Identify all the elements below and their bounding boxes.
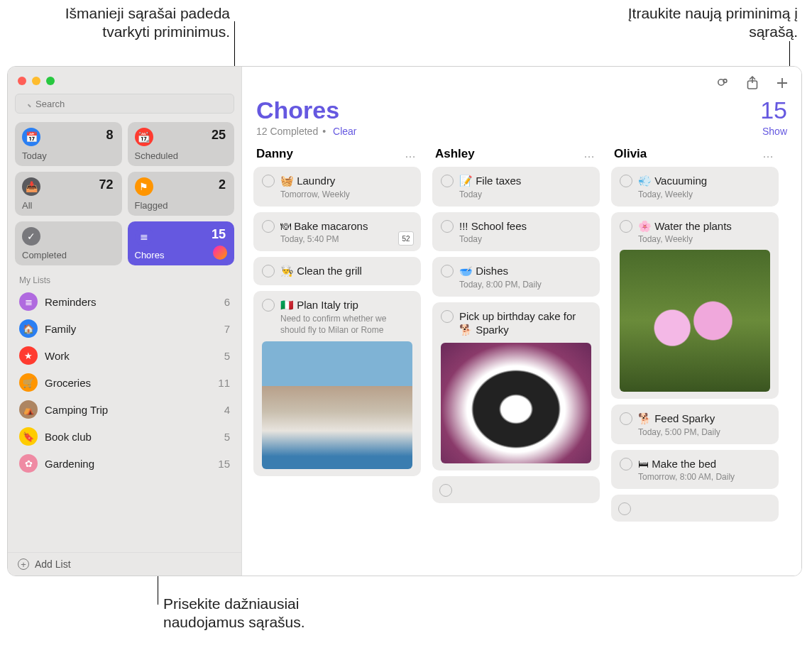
list-count: 15 <box>760 97 787 124</box>
list-count: 6 <box>224 296 230 308</box>
list-name: Family <box>45 323 217 335</box>
plus-circle-icon: + <box>18 558 29 570</box>
callout-smart-lists: Išmanieji sąrašai padeda tvarkyti primin… <box>45 4 230 42</box>
column-title: Ashley <box>435 147 583 161</box>
list-item-family[interactable]: 🏠Family7 <box>8 315 241 342</box>
maximize-button[interactable] <box>46 77 55 85</box>
lists-container: ≣Reminders6🏠Family7★Work5🛒Groceries11⛺Ca… <box>8 288 241 477</box>
smart-card-scheduled[interactable]: 📆25Scheduled <box>128 122 235 166</box>
reminder-title: 🇮🇹 Plan Italy trip <box>280 298 358 312</box>
all-icon: 📥 <box>22 177 40 196</box>
complete-radio[interactable] <box>620 458 632 470</box>
list-count: 4 <box>224 404 230 416</box>
complete-radio[interactable] <box>262 220 275 233</box>
completed-count: 12 Completed <box>256 126 318 137</box>
list-icon: ★ <box>19 346 38 365</box>
complete-radio[interactable] <box>441 310 454 323</box>
main-pane: Chores 15 12 Completed • Clear Show Dann… <box>242 67 801 576</box>
smart-card-chores[interactable]: ≣15Chores <box>128 221 235 265</box>
complete-radio[interactable] <box>441 265 454 277</box>
list-item-groceries[interactable]: 🛒Groceries11 <box>8 369 241 396</box>
completed-icon: ✓ <box>22 227 40 246</box>
list-item-book-club[interactable]: 🔖Book club5 <box>8 423 241 450</box>
list-name: Gardening <box>45 458 211 470</box>
reminder-card[interactable]: 🇮🇹 Plan Italy tripNeed to confirm whethe… <box>253 291 421 477</box>
smart-card-completed[interactable]: ✓Completed <box>15 221 122 265</box>
add-reminder-button[interactable] <box>774 75 790 91</box>
callout-pin-lists: Prisekite dažniausiai naudojamus sąrašus… <box>163 595 348 632</box>
list-item-gardening[interactable]: ✿Gardening15 <box>8 450 241 477</box>
share-icon[interactable] <box>745 75 760 91</box>
list-item-work[interactable]: ★Work5 <box>8 342 241 369</box>
reminder-card[interactable]: 🧺 LaundryTomorrow, Weekly <box>253 167 421 207</box>
reminder-title: 🛏 Make the bed <box>638 457 716 471</box>
list-item-camping-trip[interactable]: ⛺Camping Trip4 <box>8 396 241 423</box>
flagged-icon: ⚑ <box>135 177 153 196</box>
reminder-subtitle: Today, 5:00 PM, Daily <box>638 427 770 437</box>
column-menu-icon[interactable]: … <box>405 148 417 160</box>
complete-radio[interactable] <box>262 265 275 277</box>
list-count: 7 <box>224 323 230 335</box>
chores-icon: ≣ <box>135 227 153 246</box>
smart-count: 25 <box>212 128 226 143</box>
reminder-card[interactable]: 📝 File taxesToday <box>432 167 600 207</box>
list-count: 15 <box>218 458 230 470</box>
complete-radio[interactable] <box>441 220 454 233</box>
complete-radio[interactable] <box>620 412 632 425</box>
smart-card-all[interactable]: 📥72All <box>15 172 122 216</box>
list-icon: ✿ <box>19 454 38 473</box>
complete-radio[interactable] <box>618 502 631 515</box>
reminder-card[interactable]: 🥣 DishesToday, 8:00 PM, Daily <box>432 257 600 297</box>
complete-radio[interactable] <box>441 175 454 187</box>
complete-radio[interactable] <box>262 175 275 187</box>
smart-card-today[interactable]: 📅8Today <box>15 122 122 166</box>
reminder-card[interactable]: 🐕 Feed SparkyToday, 5:00 PM, Daily <box>611 404 779 444</box>
add-list-button[interactable]: + Add List <box>8 552 241 576</box>
clear-link[interactable]: Clear <box>333 126 356 137</box>
scheduled-icon: 📆 <box>135 128 153 146</box>
complete-radio[interactable] <box>620 175 632 187</box>
reminder-subtitle: Today <box>459 189 591 199</box>
sidebar: 📅8Today📆25Scheduled📥72All⚑2Flagged✓Compl… <box>8 67 242 576</box>
list-icon: 🔖 <box>19 427 38 446</box>
reminder-subtitle: Today, 5:40 PM <box>280 234 412 244</box>
smart-label: Today <box>22 150 115 161</box>
reminder-subtitle: Today, 8:00 PM, Daily <box>459 280 591 290</box>
column-menu-icon[interactable]: … <box>583 148 596 160</box>
callout-add-reminder: Įtraukite naują priminimą į sąrašą. <box>613 4 798 42</box>
reminder-subtitle: Tomorrow, 8:00 AM, Daily <box>638 472 770 482</box>
reminder-card[interactable]: 🌸 Water the plantsToday, Weekly <box>611 212 779 400</box>
reminder-title: 🍽 Bake macarons <box>280 219 368 233</box>
close-button[interactable] <box>18 77 26 85</box>
reminder-card[interactable]: 🍽 Bake macaronsToday, 5:40 PM52 <box>253 212 421 252</box>
list-icon: 🛒 <box>19 373 38 392</box>
reminder-title: 💨 Vacuuming <box>638 174 707 188</box>
reminder-card[interactable]: 👨‍🍳 Clean the grill <box>253 257 421 285</box>
complete-radio[interactable] <box>262 299 275 312</box>
smart-count: 72 <box>99 177 113 192</box>
complete-radio[interactable] <box>439 484 452 497</box>
collaborate-icon[interactable] <box>715 75 730 91</box>
reminder-card[interactable]: !!! School feesToday <box>432 212 600 252</box>
smart-card-flagged[interactable]: ⚑2Flagged <box>128 172 235 216</box>
reminder-card[interactable]: 🛏 Make the bedTomorrow, 8:00 AM, Daily <box>611 450 779 490</box>
reminder-title: 🐕 Feed Sparky <box>638 412 715 426</box>
smart-label: Completed <box>22 250 115 260</box>
show-link[interactable]: Show <box>762 126 787 137</box>
reminder-image <box>620 250 770 392</box>
minimize-button[interactable] <box>32 77 40 85</box>
list-title: Chores <box>256 97 760 124</box>
list-item-reminders[interactable]: ≣Reminders6 <box>8 288 241 315</box>
reminder-card[interactable]: Pick up birthday cake for 🐕 Sparky <box>432 302 600 470</box>
column-menu-icon[interactable]: … <box>762 148 774 160</box>
empty-reminder-card[interactable] <box>611 495 779 522</box>
reminder-card[interactable]: 💨 VacuumingToday, Weekly <box>611 167 779 207</box>
empty-reminder-card[interactable] <box>432 476 600 503</box>
smart-count: 8 <box>106 128 113 143</box>
smart-count: 2 <box>219 177 226 192</box>
search-input[interactable] <box>15 94 234 114</box>
list-icon: 🏠 <box>19 319 38 338</box>
reminder-title: 📝 File taxes <box>459 174 521 188</box>
complete-radio[interactable] <box>620 220 632 233</box>
reminder-title: 🌸 Water the plants <box>638 219 732 233</box>
